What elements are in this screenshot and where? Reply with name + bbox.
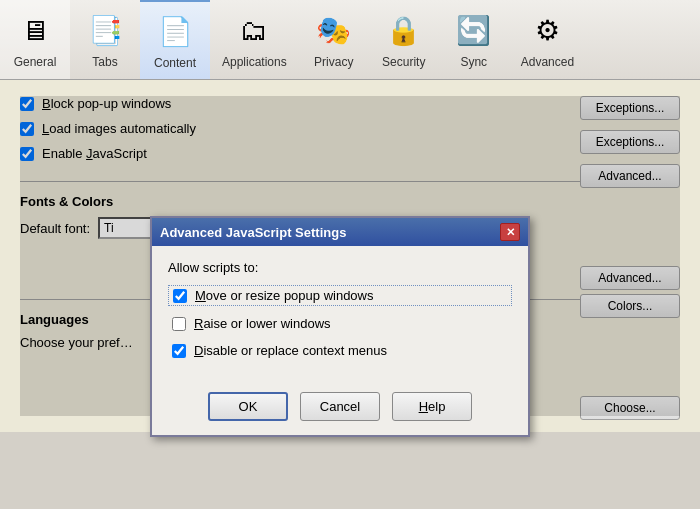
toolbar-item-tabs[interactable]: 📑Tabs	[70, 0, 140, 79]
dialog-option-disable-context: Disable or replace context menus	[168, 341, 512, 360]
toolbar-label-applications: Applications	[222, 55, 287, 69]
dialog-cancel-button[interactable]: Cancel	[300, 392, 380, 421]
toolbar-icon-general: 🖥	[15, 11, 55, 51]
toolbar-item-general[interactable]: 🖥General	[0, 0, 70, 79]
dialog-body: Allow scripts to: Move or resize popup w…	[152, 246, 528, 382]
toolbar-item-advanced[interactable]: ⚙Advanced	[509, 0, 586, 79]
toolbar: 🖥General📑Tabs📄Content🗂Applications🎭Priva…	[0, 0, 700, 80]
raise-lower-checkbox[interactable]	[172, 317, 186, 331]
raise-lower-label: Raise or lower windows	[194, 316, 331, 331]
dialog-titlebar: Advanced JavaScript Settings ✕	[152, 218, 528, 246]
toolbar-icon-tabs: 📑	[85, 11, 125, 51]
toolbar-item-content[interactable]: 📄Content	[140, 0, 210, 79]
move-resize-label: Move or resize popup windows	[195, 288, 374, 303]
dialog-section-label: Allow scripts to:	[168, 260, 512, 275]
toolbar-item-security[interactable]: 🔒Security	[369, 0, 439, 79]
toolbar-item-sync[interactable]: 🔄Sync	[439, 0, 509, 79]
dialog-buttons: OK Cancel Help	[152, 382, 528, 435]
main-content: Block pop-up windows Load images automat…	[0, 80, 700, 432]
dialog-option-move-resize: Move or resize popup windows	[168, 285, 512, 306]
toolbar-icon-advanced: ⚙	[527, 11, 567, 51]
dialog-title: Advanced JavaScript Settings	[160, 225, 346, 240]
dialog-close-button[interactable]: ✕	[500, 223, 520, 241]
toolbar-label-sync: Sync	[460, 55, 487, 69]
toolbar-label-tabs: Tabs	[92, 55, 117, 69]
toolbar-label-general: General	[14, 55, 57, 69]
toolbar-icon-applications: 🗂	[234, 11, 274, 51]
toolbar-label-security: Security	[382, 55, 425, 69]
toolbar-icon-privacy: 🎭	[314, 11, 354, 51]
toolbar-label-advanced: Advanced	[521, 55, 574, 69]
advanced-js-dialog: Advanced JavaScript Settings ✕ Allow scr…	[150, 216, 530, 437]
toolbar-item-applications[interactable]: 🗂Applications	[210, 0, 299, 79]
toolbar-item-privacy[interactable]: 🎭Privacy	[299, 0, 369, 79]
dialog-option-raise-lower: Raise or lower windows	[168, 314, 512, 333]
disable-context-checkbox[interactable]	[172, 344, 186, 358]
toolbar-label-privacy: Privacy	[314, 55, 353, 69]
toolbar-label-content: Content	[154, 56, 196, 70]
dialog-ok-button[interactable]: OK	[208, 392, 288, 421]
toolbar-icon-security: 🔒	[384, 11, 424, 51]
move-resize-checkbox[interactable]	[173, 289, 187, 303]
dialog-help-button[interactable]: Help	[392, 392, 472, 421]
content-area: Block pop-up windows Load images automat…	[20, 96, 680, 416]
disable-context-label: Disable or replace context menus	[194, 343, 387, 358]
toolbar-icon-sync: 🔄	[454, 11, 494, 51]
toolbar-icon-content: 📄	[155, 12, 195, 52]
